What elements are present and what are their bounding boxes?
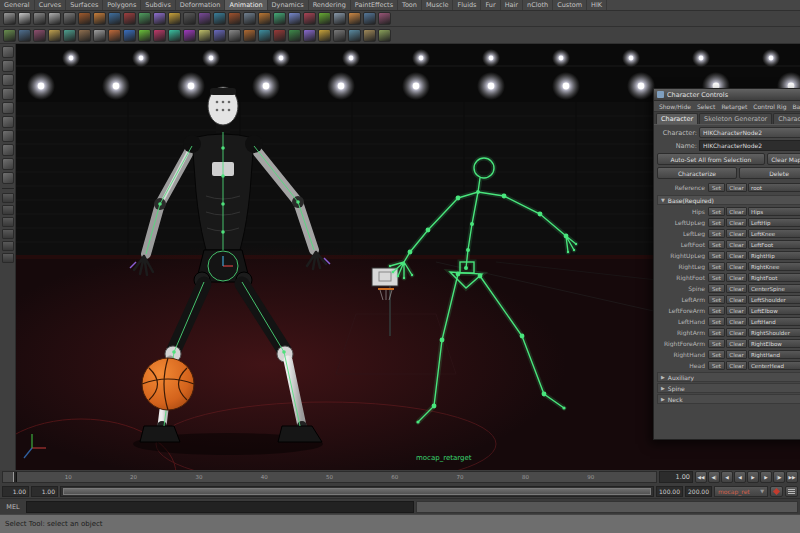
shelf-icon-1-5[interactable] <box>63 12 76 25</box>
playback-end-field[interactable]: 100.00 <box>656 486 683 497</box>
base-required-section-header[interactable]: ▼ Base(Required) <box>657 195 800 205</box>
move-tool[interactable] <box>2 88 14 100</box>
shelf-icon-1-8[interactable] <box>108 12 121 25</box>
hik-set-button[interactable]: Set <box>708 339 725 348</box>
shelf-tab-animation[interactable]: Animation <box>225 0 267 11</box>
shelf-tab-painteffects[interactable]: PaintEffects <box>351 0 398 11</box>
hik-set-button[interactable]: Set <box>708 361 725 370</box>
select-tool[interactable] <box>2 46 14 58</box>
hik-set-button[interactable]: Set <box>708 207 725 216</box>
shelf-icon-1-17[interactable] <box>243 12 256 25</box>
hik-clear-button[interactable]: Clear <box>726 251 747 260</box>
hik-clear-button[interactable]: Clear <box>726 240 747 249</box>
hik-clear-button[interactable]: Clear <box>726 350 747 359</box>
hik-clear-button[interactable]: Clear <box>726 339 747 348</box>
play-backwards-button[interactable]: ◀ <box>734 471 746 483</box>
hik-set-button[interactable]: Set <box>708 295 725 304</box>
step-back-key-button[interactable]: ◀| <box>708 471 720 483</box>
hik-clear-button[interactable]: Clear <box>726 229 747 238</box>
shelf-tab-subdivs[interactable]: Subdivs <box>141 0 176 11</box>
rotate-tool[interactable] <box>2 102 14 114</box>
shelf-icon-1-7[interactable] <box>93 12 106 25</box>
play-forward-button[interactable]: ▶ <box>747 471 759 483</box>
shelf-icon-2-2[interactable] <box>18 29 31 42</box>
shelf-icon-2-13[interactable] <box>183 29 196 42</box>
shelf-tab-deformation[interactable]: Deformation <box>176 0 226 11</box>
shelf-icon-2-10[interactable] <box>138 29 151 42</box>
hik-clear-button[interactable]: Clear <box>726 262 747 271</box>
shelf-icon-2-19[interactable] <box>273 29 286 42</box>
command-line-mode-label[interactable]: MEL <box>2 503 24 511</box>
auto-keyframe-button[interactable] <box>770 486 783 497</box>
shelf-icon-1-16[interactable] <box>228 12 241 25</box>
command-line-input[interactable] <box>26 501 414 513</box>
playback-start-field[interactable]: 1.00 <box>31 486 58 497</box>
hik-menu-bake[interactable]: Bake <box>790 103 800 110</box>
current-time-indicator[interactable] <box>13 472 17 482</box>
clear-mapping-button[interactable]: Clear Mapping <box>767 153 800 165</box>
hik-menu-retarget[interactable]: Retarget <box>718 103 750 110</box>
shelf-icon-2-15[interactable] <box>213 29 226 42</box>
hik-value-button[interactable]: LeftHand <box>748 317 800 326</box>
shelf-icon-1-1[interactable] <box>3 12 16 25</box>
shelf-icon-2-18[interactable] <box>258 29 271 42</box>
shelf-icon-2-16[interactable] <box>228 29 241 42</box>
shelf-icon-1-9[interactable] <box>123 12 136 25</box>
shelf-tab-hik[interactable]: HIK <box>587 0 607 11</box>
hik-clear-button[interactable]: Clear <box>726 306 747 315</box>
current-time-field[interactable]: 1.00 <box>659 471 693 483</box>
hik-value-button[interactable]: CenterSpine <box>748 284 800 293</box>
hik-clear-button[interactable]: Clear <box>726 361 747 370</box>
shelf-icon-2-4[interactable] <box>48 29 61 42</box>
shelf-tab-polygons[interactable]: Polygons <box>103 0 141 11</box>
hik-tab-character[interactable]: Character <box>656 113 698 124</box>
shelf-icon-1-14[interactable] <box>198 12 211 25</box>
shelf-icon-2-8[interactable] <box>108 29 121 42</box>
shelf-icon-1-18[interactable] <box>258 12 271 25</box>
shelf-tab-custom[interactable]: Custom <box>553 0 587 11</box>
shelf-tab-muscle[interactable]: Muscle <box>422 0 454 11</box>
name-field[interactable]: HIKCharacterNode2 <box>699 140 800 151</box>
universal-manipulator-tool[interactable] <box>2 130 14 142</box>
shelf-icon-1-6[interactable] <box>78 12 91 25</box>
shelf-tab-hair[interactable]: Hair <box>501 0 523 11</box>
character-set-menu[interactable]: mocap_ret ▼ <box>714 486 768 497</box>
go-to-end-button[interactable]: ▶▶ <box>786 471 798 483</box>
time-slider[interactable]: 102030405060708090 <box>2 471 657 483</box>
hik-value-button[interactable]: RightShoulder <box>748 328 800 337</box>
shelf-icon-2-26[interactable] <box>378 29 391 42</box>
hik-set-button[interactable]: Set <box>708 317 725 326</box>
step-forward-key-button[interactable]: |▶ <box>773 471 785 483</box>
hik-value-button[interactable]: LeftHip <box>748 218 800 227</box>
hik-section-neck[interactable]: ▶Neck <box>657 394 800 404</box>
animation-start-field[interactable]: 1.00 <box>2 486 29 497</box>
hik-clear-button[interactable]: Clear <box>726 328 747 337</box>
hik-tab-character-pipe[interactable]: Character Pipe <box>773 113 800 124</box>
shelf-icon-1-12[interactable] <box>168 12 181 25</box>
shelf-icon-1-2[interactable] <box>18 12 31 25</box>
hik-set-button[interactable]: Set <box>708 328 725 337</box>
shelf-icon-2-23[interactable] <box>333 29 346 42</box>
step-back-frame-button[interactable]: ◀ <box>721 471 733 483</box>
hik-clear-button[interactable]: Clear <box>726 295 747 304</box>
shelf-icon-2-7[interactable] <box>93 29 106 42</box>
shelf-icon-2-17[interactable] <box>243 29 256 42</box>
reference-value-button[interactable]: root <box>748 183 800 192</box>
shelf-icon-1-15[interactable] <box>213 12 226 25</box>
hik-value-button[interactable]: LeftKnee <box>748 229 800 238</box>
hik-set-button[interactable]: Set <box>708 350 725 359</box>
shelf-tab-dynamics[interactable]: Dynamics <box>268 0 309 11</box>
shelf-icon-1-22[interactable] <box>318 12 331 25</box>
hik-menu-control-rig[interactable]: Control Rig <box>750 103 789 110</box>
delete-button[interactable]: Delete <box>739 167 800 179</box>
hik-set-button[interactable]: Set <box>708 262 725 271</box>
shelf-icon-2-5[interactable] <box>63 29 76 42</box>
hik-set-button[interactable]: Set <box>708 251 725 260</box>
hik-set-button[interactable]: Set <box>708 229 725 238</box>
shelf-icon-1-21[interactable] <box>303 12 316 25</box>
hik-value-button[interactable]: LeftShoulder <box>748 295 800 304</box>
shelf-icon-1-26[interactable] <box>378 12 391 25</box>
hik-value-button[interactable]: RightHand <box>748 350 800 359</box>
persp-graph-layout[interactable] <box>2 229 14 239</box>
shelf-icon-2-25[interactable] <box>363 29 376 42</box>
